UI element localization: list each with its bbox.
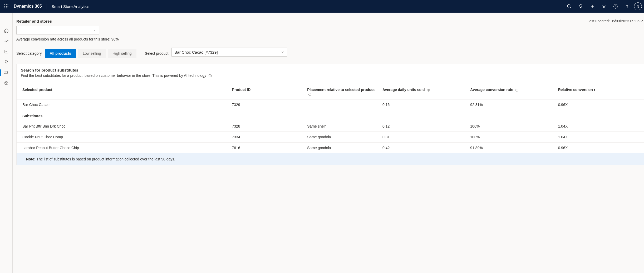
cell-conv: 100%	[468, 132, 556, 143]
box-icon[interactable]	[0, 78, 13, 88]
col-avg-units: Average daily units sold	[380, 84, 468, 99]
note-row: Note: The list of substitutes is based o…	[17, 153, 644, 165]
table-row: Cookie Pnut Choc Comp 7334 Same gondola …	[17, 132, 644, 143]
home-icon[interactable]	[0, 25, 13, 36]
filter-low-selling[interactable]: Low selling	[78, 49, 106, 58]
cell-units: 0.42	[380, 143, 468, 153]
svg-point-14	[627, 7, 627, 8]
avatar-initial: N	[637, 4, 639, 8]
app-name-label: Smart Store Analytics	[52, 4, 89, 9]
substitutes-label: Substitutes	[17, 110, 644, 121]
main-content: Retailer and stores Last updated: 05/03/…	[13, 13, 644, 273]
cell-conv: 91.89%	[468, 143, 556, 153]
col-selected-product: Selected product	[17, 84, 230, 99]
cell-name: Bar Pnt Bttr Bnn Drk Choc	[17, 121, 230, 132]
cell-rel: 1.04X	[556, 121, 644, 132]
svg-point-24	[210, 75, 210, 75]
global-header: Dynamics 365 Smart Store Analytics N	[0, 0, 644, 13]
search-icon[interactable]	[563, 0, 575, 13]
col-rel-conv: Relative conversion r	[556, 84, 644, 99]
cell-id: 7329	[230, 99, 305, 110]
card-description: Find the best substitutes for a product,…	[21, 73, 640, 78]
avg-conversion-text: Average conversion rate across all produ…	[16, 37, 644, 41]
chevron-down-icon	[281, 50, 284, 54]
cell-name: Bar Choc Cacao	[17, 99, 230, 110]
substitutes-table: Selected product Product ID Placement re…	[17, 84, 644, 165]
card-title: Search for product substitutes	[21, 68, 640, 72]
cell-units: 0.31	[380, 132, 468, 143]
retailer-stores-heading: Retailer and stores	[16, 19, 99, 23]
select-product-label: Select product	[145, 51, 169, 55]
info-icon[interactable]	[308, 93, 312, 96]
avatar[interactable]: N	[634, 2, 642, 10]
cell-units: 0.16	[380, 99, 468, 110]
cell-rel: 0.96X	[556, 143, 644, 153]
cell-placement: Same shelf	[305, 121, 380, 132]
product-dropdown-value: Bar Choc Cacao [#7329]	[174, 50, 218, 54]
hamburger-icon[interactable]	[0, 15, 13, 25]
filter-high-selling[interactable]: High selling	[108, 49, 136, 58]
last-updated-label: Last updated:	[587, 19, 610, 23]
note-label: Note:	[26, 157, 36, 161]
info-icon[interactable]	[515, 88, 519, 92]
col-placement-label: Placement relative to selected product	[307, 88, 375, 92]
cell-placement: Same gondola	[305, 143, 380, 153]
side-rail	[0, 13, 13, 273]
svg-point-5	[8, 6, 8, 7]
info-icon[interactable]	[208, 74, 212, 78]
substitutes-card: Search for product substitutes Find the …	[16, 64, 644, 165]
cell-id: 7334	[230, 132, 305, 143]
insights-icon[interactable]	[0, 57, 13, 67]
svg-point-7	[6, 8, 7, 8]
app-launcher-icon[interactable]	[2, 2, 11, 11]
svg-point-33	[517, 89, 517, 90]
svg-point-2	[8, 4, 8, 5]
product-dropdown[interactable]: Bar Choc Cacao [#7329]	[171, 48, 287, 57]
swap-icon[interactable]	[0, 67, 13, 78]
cell-placement: Same gondola	[305, 132, 380, 143]
svg-point-4	[6, 6, 7, 7]
filter-all-products[interactable]: All products	[45, 49, 76, 58]
filter-icon[interactable]	[598, 0, 610, 13]
table-row: Bar Pnt Bttr Bnn Drk Choc 7328 Same shel…	[17, 121, 644, 132]
note-text: The list of substitutes is based on prod…	[36, 157, 175, 161]
svg-point-13	[615, 6, 616, 7]
cell-name: Larabar Peanut Butter Choco Chip	[17, 143, 230, 153]
col-placement: Placement relative to selected product	[305, 84, 380, 99]
gear-icon[interactable]	[610, 0, 621, 13]
retailer-dropdown[interactable]	[16, 26, 99, 34]
help-icon[interactable]	[621, 0, 633, 13]
cell-rel: 1.04X	[556, 132, 644, 143]
col-avg-units-label: Average daily units sold	[382, 88, 425, 92]
svg-line-10	[570, 7, 571, 8]
svg-point-30	[428, 89, 429, 90]
col-avg-conv-label: Average conversion rate	[470, 88, 513, 92]
info-icon[interactable]	[427, 88, 430, 92]
cell-conv: 100%	[468, 121, 556, 132]
select-category-label: Select category	[16, 51, 42, 55]
chart-icon[interactable]	[0, 46, 13, 57]
add-icon[interactable]	[587, 0, 598, 13]
col-avg-conv: Average conversion rate	[468, 84, 556, 99]
svg-point-3	[4, 6, 5, 7]
cell-rel: 0.96X	[556, 99, 644, 110]
lightbulb-icon[interactable]	[575, 0, 587, 13]
trend-icon[interactable]	[0, 36, 13, 46]
brand-label[interactable]: Dynamics 365	[14, 4, 47, 9]
cell-conv: 92.31%	[468, 99, 556, 110]
table-row-selected: Bar Choc Cacao 7329 - 0.16 92.31% 0.96X	[17, 99, 644, 110]
last-updated-value: 05/03/2023 09:35 P	[611, 19, 643, 23]
table-header-row: Selected product Product ID Placement re…	[17, 84, 644, 99]
cell-units: 0.12	[380, 121, 468, 132]
svg-point-6	[4, 8, 5, 8]
svg-point-27	[310, 94, 310, 94]
cell-id: 7616	[230, 143, 305, 153]
last-updated: Last updated: 05/03/2023 09:35 P	[587, 19, 644, 23]
col-product-id: Product ID	[230, 84, 305, 99]
table-row: Larabar Peanut Butter Choco Chip 7616 Sa…	[17, 143, 644, 153]
svg-point-8	[8, 8, 8, 8]
card-description-text: Find the best substitutes for a product,…	[21, 73, 206, 78]
svg-point-0	[4, 4, 5, 5]
substitutes-subheader: Substitutes	[17, 110, 644, 121]
chevron-down-icon	[93, 28, 96, 32]
